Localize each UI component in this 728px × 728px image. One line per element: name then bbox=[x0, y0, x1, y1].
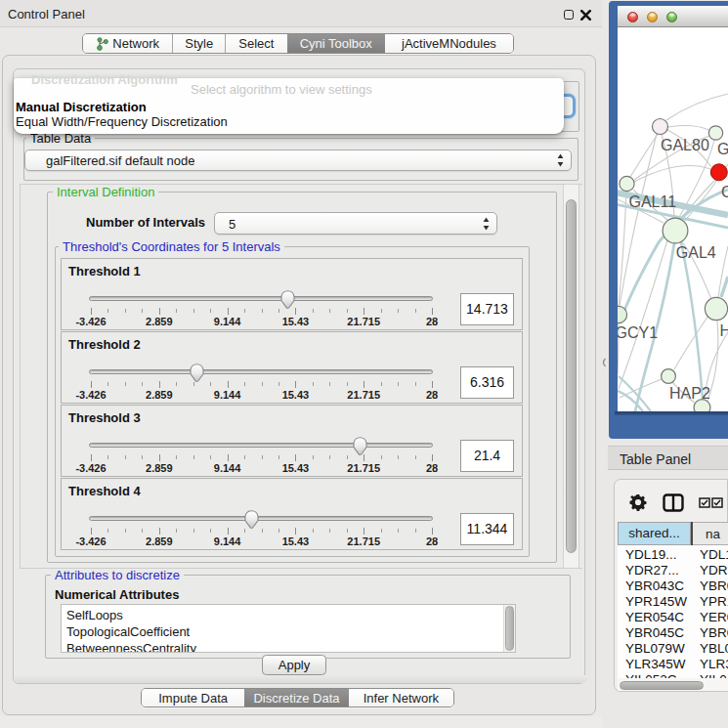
svg-text:GAL4: GAL4 bbox=[676, 244, 716, 261]
svg-text:C: C bbox=[721, 184, 728, 200]
svg-text:GAL11: GAL11 bbox=[629, 193, 677, 210]
svg-text:HAP2: HAP2 bbox=[669, 385, 710, 402]
svg-text:G.: G. bbox=[717, 141, 728, 157]
svg-text:GCY1: GCY1 bbox=[618, 324, 658, 341]
svg-text:H: H bbox=[720, 322, 728, 339]
svg-text:GAL80: GAL80 bbox=[661, 137, 709, 153]
